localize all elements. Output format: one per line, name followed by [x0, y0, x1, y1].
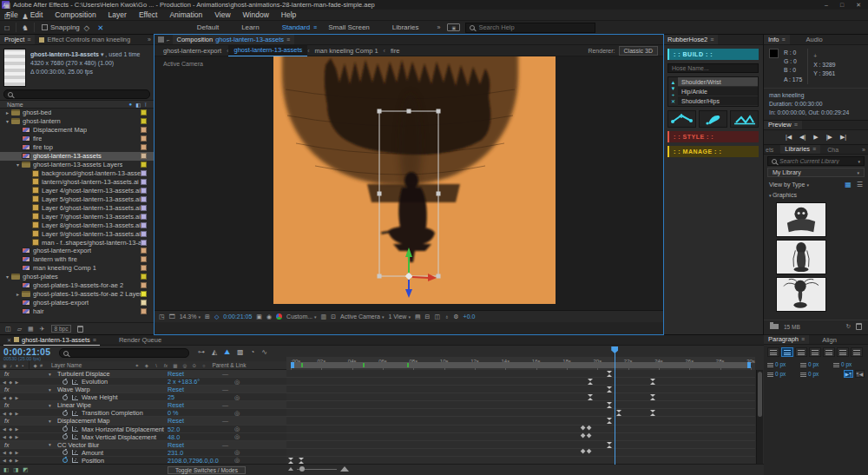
graph-icon[interactable]: [72, 433, 78, 441]
property-name[interactable]: Transition Completion: [82, 409, 143, 417]
world-axis-icon[interactable]: ♞: [18, 22, 32, 33]
label-color-chip[interactable]: [141, 300, 147, 306]
show-channels-icon[interactable]: [276, 313, 282, 320]
pan-behind-tool-icon[interactable]: ⊡: [0, 10, 14, 22]
library-folder-icon[interactable]: [770, 324, 779, 329]
property-row[interactable]: ◀ ◆ ▶Wave Height25◎: [0, 393, 286, 401]
work-area-start-handle[interactable]: [291, 362, 294, 368]
maximize-button[interactable]: □: [840, 2, 844, 9]
keyframe-navigator[interactable]: ◀ ◆ ▶: [3, 426, 19, 433]
number-column[interactable]: #: [38, 363, 44, 368]
hose-preset[interactable]: Shoulder/Wrist: [678, 77, 758, 87]
last-frame-button[interactable]: ▶|: [840, 134, 846, 141]
panel-lock-icon[interactable]: ⌐: [167, 37, 170, 43]
composition-filter-icon[interactable]: ●: [129, 102, 133, 108]
reset-link[interactable]: Reset: [168, 417, 184, 425]
snapshot-icon[interactable]: ▣: [256, 313, 262, 320]
close-button[interactable]: ✕: [856, 2, 861, 9]
quality-switch-icon[interactable]: \: [153, 363, 159, 368]
comp-flowchart-icon[interactable]: ⊶: [198, 348, 205, 357]
zoom-slider-thumb[interactable]: [299, 466, 305, 472]
magnification-icon[interactable]: 🗖: [169, 313, 175, 320]
grid-guides-icon[interactable]: ⊞: [205, 313, 210, 320]
effect-group-row[interactable]: fx▾Wave WarpReset—: [0, 386, 286, 393]
reset-link[interactable]: Reset: [168, 370, 184, 378]
paragraph-field[interactable]: 0 px: [767, 370, 799, 378]
workspace-default[interactable]: Default: [186, 23, 230, 31]
pick-whip-icon[interactable]: ◎: [234, 409, 240, 417]
panel-overflow-icon[interactable]: »: [862, 147, 868, 153]
keyframe[interactable]: [588, 379, 593, 385]
tab-paragraph[interactable]: Paragraph≡: [764, 334, 809, 345]
stopwatch-icon[interactable]: [62, 449, 68, 457]
property-row[interactable]: ◀ ◆ ▶Evolution2 x +183.6°◎: [0, 378, 286, 386]
label-color-chip[interactable]: [141, 214, 147, 220]
frame-blend-switch-icon[interactable]: ▦: [172, 363, 178, 368]
project-item[interactable]: fire: [0, 135, 154, 143]
frame-blend-icon[interactable]: ▩: [237, 348, 244, 357]
view-by-type[interactable]: View by Type: [769, 181, 805, 188]
twirl-icon[interactable]: ▾: [14, 162, 22, 168]
panel-menu-icon[interactable]: ≡: [782, 36, 786, 43]
graph-icon[interactable]: [72, 409, 78, 417]
next-frame-button[interactable]: |▶: [826, 134, 832, 141]
project-item[interactable]: fire top: [0, 143, 154, 152]
effect-name[interactable]: CC Vector Blur: [57, 441, 99, 449]
rtl-direction-button[interactable]: ¶◀: [855, 370, 865, 378]
keyframe-navigator[interactable]: ◀ ◆ ▶: [3, 378, 19, 386]
project-item[interactable]: Layer 8/ghost-lantern-13-assets.ai: [0, 221, 154, 229]
keyframe-navigator[interactable]: ◀ ◆ ▶: [3, 449, 19, 457]
panel-menu-icon[interactable]: ≡: [801, 336, 805, 342]
property-name[interactable]: Wave Height: [82, 393, 118, 401]
graph-icon[interactable]: [72, 378, 78, 386]
panel-menu-icon[interactable]: ≡: [286, 36, 290, 43]
style-section-header[interactable]: : : STYLE : :: [667, 131, 759, 142]
project-item[interactable]: Layer 4/ghost-lantern-13-assets.ai: [0, 186, 154, 195]
property-name[interactable]: Amount: [82, 449, 103, 457]
work-area-end-handle[interactable]: [747, 362, 751, 368]
tab-project[interactable]: Project≡: [0, 35, 35, 45]
viewer-timecode[interactable]: 0:00:21:05: [223, 313, 252, 320]
trash-icon[interactable]: [77, 326, 83, 333]
camera-tool-icon[interactable]: ▣: [0, 0, 14, 10]
always-preview-icon[interactable]: ◳: [159, 313, 165, 320]
breadcrumb-1[interactable]: ghost-lantern-13-assets: [228, 45, 307, 56]
keyframe-navigator[interactable]: ◀ ◆ ▶: [3, 393, 19, 401]
keyframe-lane[interactable]: [286, 378, 755, 386]
property-name[interactable]: Max Horizontal Displacement: [82, 426, 164, 433]
menu-composition[interactable]: Composition: [49, 10, 102, 19]
property-value[interactable]: 231.0: [168, 449, 183, 457]
composition-canvas[interactable]: [273, 56, 556, 304]
breadcrumb-0[interactable]: ghost-lantern-export: [158, 45, 227, 56]
roi-icon[interactable]: ⊡: [331, 313, 336, 320]
project-item[interactable]: Layer 9/ghost-lantern-13-assets.ai: [0, 229, 154, 238]
project-item[interactable]: Layer 6/ghost-lantern-13-assets.ai: [0, 203, 154, 212]
sync-icon[interactable]: ↻: [846, 323, 851, 330]
keyframe[interactable]: [580, 426, 585, 431]
keyframe[interactable]: [586, 426, 591, 431]
keyframe[interactable]: [299, 458, 304, 464]
library-search-input[interactable]: [779, 158, 852, 164]
new-folder-icon[interactable]: ▱: [17, 326, 22, 333]
menu-help[interactable]: Help: [275, 10, 302, 19]
project-item[interactable]: Displacement Map: [0, 126, 154, 135]
twirl-icon[interactable]: ▾: [49, 441, 51, 449]
rig-points-button[interactable]: [699, 110, 727, 128]
panel-menu-icon[interactable]: ≡: [710, 36, 713, 43]
comp-marker[interactable]: [301, 363, 303, 367]
hose-name-input[interactable]: [672, 65, 754, 71]
draft-3d-icon[interactable]: ◭: [212, 348, 217, 357]
shape-tool-icon[interactable]: □: [0, 22, 14, 33]
paragraph-field[interactable]: 0 px: [800, 370, 832, 378]
align-button-6[interactable]: [851, 347, 863, 357]
label-color-chip[interactable]: [141, 282, 147, 288]
label-color-chip[interactable]: [141, 205, 147, 211]
keyframe-lane[interactable]: [286, 370, 755, 378]
reset-link[interactable]: Reset: [168, 401, 184, 409]
label-color-chip[interactable]: [141, 274, 147, 280]
stopwatch-icon[interactable]: [62, 409, 68, 417]
reset-link[interactable]: Reset: [168, 386, 184, 393]
label-color-chip[interactable]: [141, 240, 147, 246]
project-item[interactable]: man - f..shapes/ghost-lantern-13-assets.…: [0, 238, 154, 247]
effect-name[interactable]: Turbulent Displace: [57, 370, 110, 378]
